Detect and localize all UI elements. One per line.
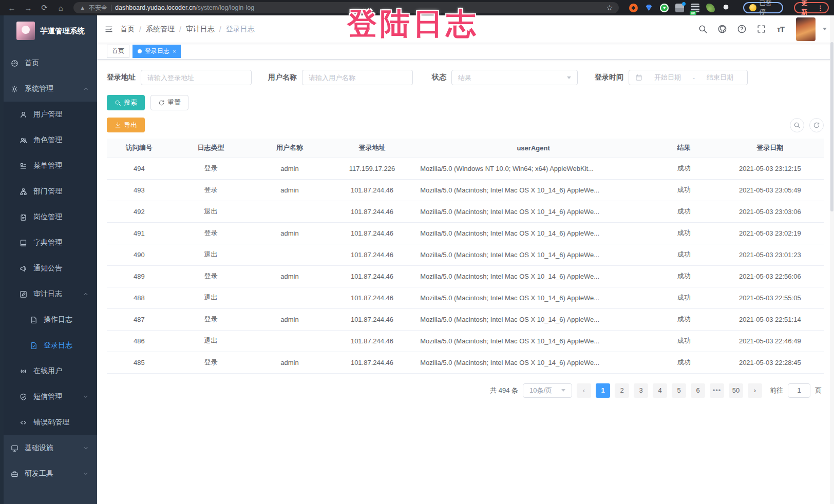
- table-row[interactable]: 486 退出 101.87.244.46 Mozilla/5.0 (Macint…: [107, 330, 824, 352]
- pager-page-1[interactable]: 1: [596, 383, 610, 398]
- sidebar-item-departments[interactable]: 部门管理: [0, 179, 97, 204]
- pager-page-2[interactable]: 2: [615, 383, 629, 398]
- sidebar-item-home[interactable]: 首页: [0, 50, 97, 76]
- extension-orange-icon[interactable]: [629, 4, 638, 12]
- table-toolbar: 导出: [107, 118, 824, 132]
- reset-button[interactable]: 重置: [150, 95, 188, 110]
- sidebar-item-dict[interactable]: 字典管理: [0, 230, 97, 256]
- table-row[interactable]: 489 登录 admin 101.87.244.46 Mozilla/5.0 (…: [107, 265, 824, 287]
- extension-gem-icon[interactable]: [645, 4, 653, 12]
- sidebar-item-online-users[interactable]: 在线用户: [0, 358, 97, 384]
- export-button[interactable]: 导出: [107, 118, 145, 132]
- extension-leaf-icon[interactable]: [706, 4, 715, 12]
- github-button[interactable]: [715, 22, 729, 36]
- sidebar-item-audit-log[interactable]: 审计日志: [0, 281, 97, 307]
- fullscreen-button[interactable]: [754, 22, 768, 36]
- browser-home-button[interactable]: ⌂: [54, 2, 67, 13]
- sidebar-item-dev-tools[interactable]: 研发工具: [0, 461, 97, 487]
- sidebar-item-operation-log[interactable]: 操作日志: [0, 307, 97, 333]
- pager-page-5[interactable]: 5: [672, 383, 686, 398]
- pager-next-button[interactable]: ›: [748, 383, 762, 398]
- breadcrumb-home[interactable]: 首页: [120, 25, 135, 34]
- col-type: 日志类型: [172, 139, 251, 158]
- breadcrumb-system[interactable]: 系统管理: [146, 25, 175, 34]
- sidebar-item-login-log[interactable]: 登录日志: [0, 333, 97, 358]
- address-bar[interactable]: ▲ 不安全 dashboard.yudao.iocoder.cn/system/…: [73, 2, 619, 13]
- table-row[interactable]: 491 登录 admin 101.87.244.46 Mozilla/5.0 (…: [107, 222, 824, 244]
- sidebar-item-sms[interactable]: 短信管理: [0, 384, 97, 410]
- sidebar-logo[interactable]: 芋道管理系统: [0, 15, 97, 46]
- page-size-select[interactable]: 10条/页: [523, 383, 572, 398]
- search-button[interactable]: 搜索: [107, 95, 145, 110]
- tab-login-log[interactable]: 登录日志 ×: [132, 45, 181, 58]
- status-select-input[interactable]: [458, 74, 567, 82]
- pager-page-50[interactable]: 50: [729, 383, 743, 398]
- help-button[interactable]: [734, 22, 749, 36]
- table-row[interactable]: 488 退出 101.87.244.46 Mozilla/5.0 (Macint…: [107, 287, 824, 308]
- sidebar-item-roles[interactable]: 角色管理: [0, 127, 97, 153]
- profile-paused-chip[interactable]: 已暂停: [743, 2, 783, 13]
- user-avatar[interactable]: [796, 17, 816, 41]
- browser-reload-button[interactable]: ⟳: [38, 2, 51, 13]
- sidebar-item-error-codes[interactable]: 错误码管理: [0, 410, 97, 435]
- fullscreen-icon: [756, 24, 766, 34]
- breadcrumb-audit[interactable]: 审计日志: [186, 25, 215, 34]
- start-date-placeholder[interactable]: 开始日期: [647, 73, 689, 82]
- goto-page-input[interactable]: [788, 383, 810, 398]
- font-size-icon: тT: [777, 25, 785, 33]
- table-row[interactable]: 494 登录 admin 117.159.17.226 Mozilla/5.0 …: [107, 158, 824, 179]
- table-row[interactable]: 485 登录 admin 101.87.244.46 Mozilla/5.0 (…: [107, 352, 824, 373]
- cell-useragent: Mozilla/5.0 (Macintosh; Intel Mac OS X 1…: [415, 265, 652, 287]
- tab-close-icon[interactable]: ×: [173, 48, 176, 54]
- cell-id: 493: [107, 179, 172, 201]
- login-time-range-picker[interactable]: 开始日期 - 结束日期: [629, 70, 748, 85]
- refresh-icon: [813, 122, 820, 129]
- username-input-wrap: [302, 70, 413, 85]
- extension-green-heart-icon[interactable]: ♥: [660, 4, 669, 12]
- cell-result: 成功: [652, 179, 716, 201]
- pager-prev-button[interactable]: ‹: [577, 383, 591, 398]
- security-warning-icon: ▲: [80, 5, 85, 11]
- cell-date: 2021-05-03 23:12:15: [716, 158, 824, 179]
- end-date-placeholder[interactable]: 结束日期: [699, 73, 741, 82]
- bookmark-star-icon[interactable]: ☆: [606, 4, 613, 12]
- sidebar-item-system[interactable]: 系统管理: [0, 76, 97, 102]
- calendar-icon: [635, 74, 642, 81]
- sidebar-item-menus[interactable]: 菜单管理: [0, 153, 97, 179]
- browser-back-button[interactable]: ←: [5, 2, 18, 13]
- font-size-button[interactable]: тT: [773, 22, 788, 36]
- login-address-input[interactable]: [147, 74, 245, 82]
- tab-home[interactable]: 首页: [107, 45, 129, 58]
- page-scrollbar[interactable]: [830, 15, 834, 504]
- cell-result: 成功: [652, 222, 716, 244]
- page-url[interactable]: dashboard.yudao.iocoder.cn/system/log/lo…: [115, 4, 254, 11]
- sidebar-item-posts[interactable]: 岗位管理: [0, 204, 97, 230]
- security-label[interactable]: 不安全: [89, 4, 107, 12]
- pager-page-6[interactable]: 6: [691, 383, 705, 398]
- refresh-table-button[interactable]: [809, 118, 824, 132]
- sidebar-item-notice[interactable]: 通知公告: [0, 256, 97, 281]
- table-row[interactable]: 487 登录 admin 101.87.244.46 Mozilla/5.0 (…: [107, 308, 824, 330]
- browser-forward-button[interactable]: →: [22, 2, 35, 13]
- username-input[interactable]: [309, 74, 406, 82]
- extension-grid-icon[interactable]: [675, 4, 684, 12]
- scrollbar-thumb[interactable]: [830, 42, 833, 211]
- toggle-search-button[interactable]: [790, 118, 804, 132]
- hamburger-icon[interactable]: [105, 25, 113, 33]
- table-row[interactable]: 490 退出 101.87.244.46 Mozilla/5.0 (Macint…: [107, 244, 824, 265]
- browser-update-button[interactable]: 更新 ⋮: [794, 2, 829, 13]
- table-row[interactable]: 492 退出 101.87.244.46 Mozilla/5.0 (Macint…: [107, 201, 824, 222]
- extension-list-icon[interactable]: on: [691, 4, 699, 12]
- sidebar-item-infrastructure[interactable]: 基础设施: [0, 435, 97, 461]
- cell-result: 成功: [652, 265, 716, 287]
- avatar-caret-icon[interactable]: [823, 28, 827, 30]
- browser-menu-icon[interactable]: ⋮: [817, 5, 824, 11]
- pager-page-4[interactable]: 4: [653, 383, 667, 398]
- status-select[interactable]: [451, 70, 578, 85]
- sidebar-item-users[interactable]: 用户管理: [0, 102, 97, 127]
- extensions-puzzle-icon[interactable]: [722, 4, 730, 12]
- table-row[interactable]: 493 登录 admin 101.87.244.46 Mozilla/5.0 (…: [107, 179, 824, 201]
- pager-ellipsis[interactable]: •••: [710, 383, 724, 398]
- header-search-button[interactable]: [695, 22, 710, 36]
- pager-page-3[interactable]: 3: [634, 383, 648, 398]
